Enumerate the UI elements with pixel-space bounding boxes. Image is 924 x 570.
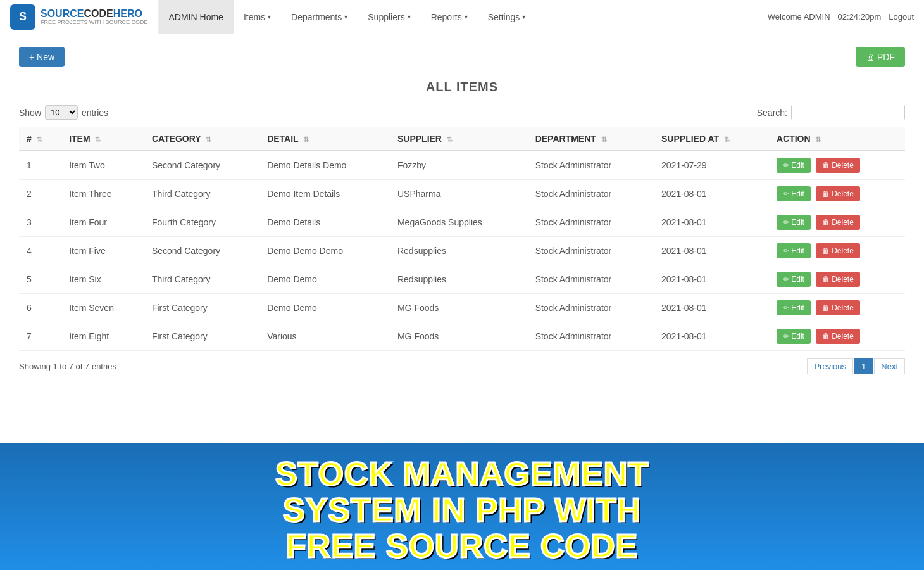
col-supplied-at: SUPPLIED AT ⇅: [654, 127, 769, 151]
cell-num: 6: [19, 294, 61, 322]
delete-button[interactable]: 🗑 Delete: [816, 243, 860, 258]
delete-button[interactable]: 🗑 Delete: [816, 215, 860, 230]
cell-item: Item Two: [61, 151, 144, 180]
cell-detail: Demo Details: [259, 208, 390, 237]
cell-num: 7: [19, 322, 61, 351]
nav-settings[interactable]: Settings ▾: [478, 0, 536, 34]
table-header: # ⇅ ITEM ⇅ CATEGORY ⇅ DETAIL ⇅ SUPPLIER …: [19, 127, 905, 151]
search-box: Search:: [757, 104, 905, 120]
delete-button[interactable]: 🗑 Delete: [816, 272, 860, 287]
toolbar: + New 🖨 PDF: [19, 47, 905, 67]
brand: S SOURCECODEHERO FREE PROJECTS WITH SOUR…: [0, 0, 159, 34]
table-controls: Show 10 25 50 100 entries Search:: [19, 104, 905, 120]
delete-button[interactable]: 🗑 Delete: [816, 158, 860, 173]
cell-detail: Demo Item Details: [259, 180, 390, 208]
cell-department: Stock Administrator: [528, 180, 654, 208]
table-row: 6 Item Seven First Category Demo Demo MG…: [19, 294, 905, 322]
table-body: 1 Item Two Second Category Demo Details …: [19, 151, 905, 351]
sort-icon-item: ⇅: [95, 136, 101, 144]
overlay-banner: STOCK MANAGEMENT SYSTEM IN PHP WITH FREE…: [0, 443, 924, 570]
pagination: Previous 1 Next: [807, 358, 905, 374]
cell-detail: Demo Demo Demo: [259, 237, 390, 265]
cell-action: ✏ Edit 🗑 Delete: [769, 322, 905, 351]
cell-category: First Category: [144, 294, 259, 322]
delete-button[interactable]: 🗑 Delete: [816, 186, 860, 201]
cell-detail: Various: [259, 322, 390, 351]
cell-item: Item Four: [61, 208, 144, 237]
cell-department: Stock Administrator: [528, 208, 654, 237]
entries-label: entries: [82, 108, 108, 118]
cell-supplier: MG Foods: [390, 294, 528, 322]
items-table: # ⇅ ITEM ⇅ CATEGORY ⇅ DETAIL ⇅ SUPPLIER …: [19, 127, 905, 351]
logout-button[interactable]: Logout: [889, 12, 914, 22]
show-label: Show: [19, 108, 41, 118]
navbar: S SOURCECODEHERO FREE PROJECTS WITH SOUR…: [0, 0, 924, 34]
cell-action: ✏ Edit 🗑 Delete: [769, 180, 905, 208]
cell-detail: Demo Demo: [259, 294, 390, 322]
cell-num: 5: [19, 265, 61, 294]
pdf-button[interactable]: 🖨 PDF: [856, 47, 905, 67]
next-page-button[interactable]: Next: [874, 358, 905, 374]
cell-supplied-at: 2021-08-01: [654, 180, 769, 208]
col-num: # ⇅: [19, 127, 61, 151]
cell-department: Stock Administrator: [528, 322, 654, 351]
brand-logo: S SOURCECODEHERO FREE PROJECTS WITH SOUR…: [10, 4, 148, 30]
edit-button[interactable]: ✏ Edit: [777, 243, 811, 258]
col-detail: DETAIL ⇅: [259, 127, 390, 151]
table-row: 1 Item Two Second Category Demo Details …: [19, 151, 905, 180]
cell-supplier: Fozzby: [390, 151, 528, 180]
edit-button[interactable]: ✏ Edit: [777, 215, 811, 230]
cell-supplier: Redsupplies: [390, 237, 528, 265]
items-caret: ▾: [268, 13, 271, 20]
prev-page-button[interactable]: Previous: [807, 358, 853, 374]
search-input[interactable]: [791, 104, 905, 120]
cell-item: Item Seven: [61, 294, 144, 322]
show-entries: Show 10 25 50 100 entries: [19, 105, 108, 120]
cell-item: Item Eight: [61, 322, 144, 351]
edit-button[interactable]: ✏ Edit: [777, 272, 811, 287]
nav-admin-home[interactable]: ADMIN Home: [159, 0, 234, 34]
table-row: 3 Item Four Fourth Category Demo Details…: [19, 208, 905, 237]
suppliers-caret: ▾: [408, 13, 411, 20]
banner-text: STOCK MANAGEMENT SYSTEM IN PHP WITH FREE…: [275, 456, 649, 570]
search-label: Search:: [757, 108, 787, 118]
nav-items-menu[interactable]: Items ▾: [234, 0, 281, 34]
edit-button[interactable]: ✏ Edit: [777, 158, 811, 173]
main-content: + New 🖨 PDF ALL ITEMS Show 10 25 50 100 …: [0, 34, 924, 443]
col-department: DEPARTMENT ⇅: [528, 127, 654, 151]
page-1-button[interactable]: 1: [854, 358, 873, 374]
delete-button[interactable]: 🗑 Delete: [816, 329, 860, 344]
edit-button[interactable]: ✏ Edit: [777, 186, 811, 201]
nav-suppliers[interactable]: Suppliers ▾: [358, 0, 420, 34]
sort-icon-supplied-at: ⇅: [724, 136, 730, 144]
cell-supplied-at: 2021-08-01: [654, 237, 769, 265]
new-button[interactable]: + New: [19, 47, 65, 67]
brand-tagline: FREE PROJECTS WITH SOURCE CODE: [41, 19, 148, 25]
cell-category: First Category: [144, 322, 259, 351]
delete-button[interactable]: 🗑 Delete: [816, 300, 860, 315]
cell-action: ✏ Edit 🗑 Delete: [769, 294, 905, 322]
nav-departments[interactable]: Departments ▾: [281, 0, 358, 34]
cell-action: ✏ Edit 🗑 Delete: [769, 208, 905, 237]
entries-select[interactable]: 10 25 50 100: [45, 105, 78, 120]
cell-supplier: Redsupplies: [390, 265, 528, 294]
sort-icon-num: ⇅: [37, 136, 42, 144]
page-title: ALL ITEMS: [19, 80, 905, 94]
cell-num: 1: [19, 151, 61, 180]
brand-icon: S: [10, 4, 35, 30]
cell-category: Fourth Category: [144, 208, 259, 237]
sort-icon-category: ⇅: [206, 136, 211, 144]
sort-icon-department: ⇅: [601, 136, 607, 144]
nav-reports[interactable]: Reports ▾: [421, 0, 478, 34]
cell-category: Third Category: [144, 265, 259, 294]
edit-button[interactable]: ✏ Edit: [777, 300, 811, 315]
cell-category: Second Category: [144, 151, 259, 180]
table-footer: Showing 1 to 7 of 7 entries Previous 1 N…: [19, 358, 905, 374]
edit-button[interactable]: ✏ Edit: [777, 329, 811, 344]
banner-line1: STOCK MANAGEMENT SYSTEM IN PHP WITH FREE…: [275, 456, 649, 565]
departments-caret: ▾: [344, 13, 347, 20]
cell-department: Stock Administrator: [528, 237, 654, 265]
table-row: 4 Item Five Second Category Demo Demo De…: [19, 237, 905, 265]
cell-action: ✏ Edit 🗑 Delete: [769, 265, 905, 294]
cell-supplied-at: 2021-08-01: [654, 208, 769, 237]
